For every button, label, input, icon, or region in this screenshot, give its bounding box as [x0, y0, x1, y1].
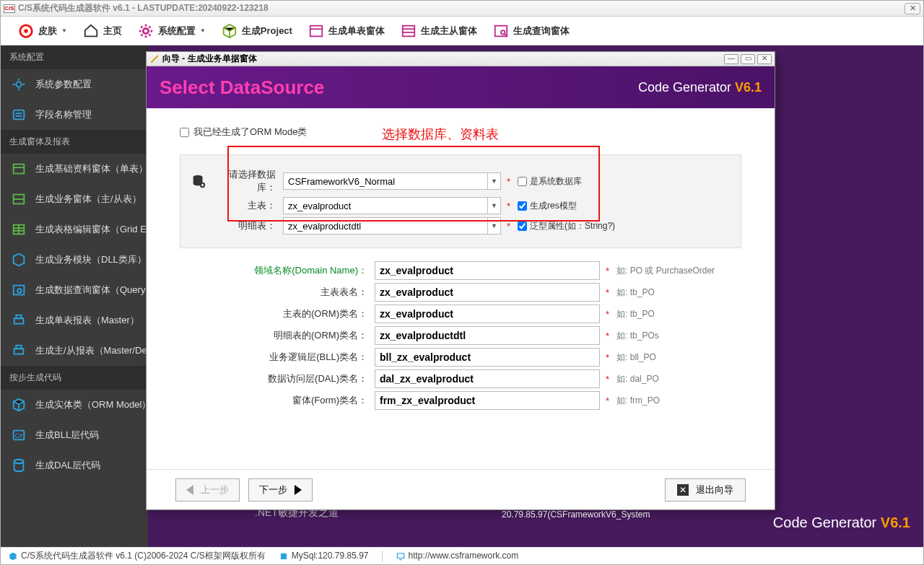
svg-rect-5 — [403, 25, 415, 36]
dropdown-icon[interactable]: ▼ — [487, 218, 500, 234]
sidebar-item-bll-code[interactable]: C#生成BLL层代码 — [1, 420, 148, 450]
window-query-icon — [493, 23, 509, 39]
sidebar-item-dal-code[interactable]: 生成DAL层代码 — [1, 450, 148, 481]
dialog-maximize-button[interactable]: ▭ — [741, 54, 755, 64]
detail-table-combo[interactable]: ▼ — [283, 217, 501, 235]
dal-input[interactable] — [375, 369, 600, 388]
sidebar-item-basic-form[interactable]: 生成基础资料窗体（单表） — [1, 154, 148, 184]
label-master-table: 主表： — [211, 199, 283, 212]
code-icon: C# — [11, 427, 27, 443]
bll-input[interactable] — [375, 348, 600, 367]
home-icon — [83, 23, 99, 39]
dialog-minimize-button[interactable]: — — [724, 54, 738, 64]
caret-down-icon: ▼ — [200, 27, 206, 34]
prev-button[interactable]: 上一步 — [175, 478, 240, 502]
database-input[interactable] — [284, 176, 487, 187]
label-master-orm: 主表的(ORM)类名： — [180, 307, 375, 320]
close-icon: ✕ — [677, 484, 689, 496]
detail-table-input[interactable] — [284, 221, 487, 232]
svg-text:C#: C# — [15, 433, 23, 439]
svg-point-1 — [24, 29, 28, 33]
master-tablename-input[interactable] — [375, 283, 600, 302]
label-form: 窗体(Form)类名： — [180, 394, 375, 407]
sidebar-item-dll-module[interactable]: 生成业务模块（DLL类库） — [1, 245, 148, 275]
svg-rect-3 — [310, 25, 323, 36]
master-table-combo[interactable]: ▼ — [283, 197, 501, 214]
toolbar-gen-master-detail[interactable]: 生成主从窗体 — [393, 17, 484, 45]
svg-point-2 — [143, 28, 148, 33]
label-detail-orm: 明细表的(ORM)类名： — [180, 329, 375, 342]
server-icon — [279, 551, 289, 561]
database-combo[interactable]: ▼ — [283, 172, 501, 190]
window-icon — [11, 161, 27, 177]
label-detail-table: 明细表： — [211, 219, 283, 232]
status-url[interactable]: http://www.csframework.com — [396, 551, 519, 561]
detail-orm-input[interactable] — [375, 326, 600, 345]
caret-down-icon: ▼ — [61, 27, 67, 34]
system-db-checkbox[interactable] — [518, 177, 527, 186]
gear-icon — [11, 76, 27, 92]
exit-wizard-button[interactable]: ✕退出向导 — [665, 478, 746, 502]
main-toolbar: 皮肤▼ 主页 系统配置▼ 生成Project 生成单表窗体 生成主从窗体 生成查… — [1, 17, 923, 45]
toolbar-gen-single[interactable]: 生成单表窗体 — [301, 17, 392, 45]
form-input[interactable] — [375, 391, 600, 410]
domain-name-input[interactable] — [375, 261, 600, 280]
svg-rect-28 — [16, 346, 21, 349]
label-master-tablename: 主表表名： — [180, 286, 375, 299]
module-icon — [11, 252, 27, 268]
sidebar-group-config: 系统配置 — [1, 45, 148, 69]
dialog-footer: 上一步 下一步 ✕退出向导 — [147, 469, 775, 509]
sidebar-item-params[interactable]: 系统参数配置 — [1, 69, 148, 100]
toolbar-gen-query[interactable]: 生成查询窗体 — [486, 17, 577, 45]
dialog-body: 我已经生成了ORM Mode类 选择数据库、资料表 请选择数据库： ▼ * 是系… — [147, 108, 775, 469]
svg-rect-25 — [14, 318, 24, 323]
svg-rect-33 — [397, 553, 404, 558]
toolbar-config[interactable]: 系统配置▼ — [131, 17, 213, 45]
dropdown-icon[interactable]: ▼ — [487, 198, 500, 214]
printer-icon — [11, 312, 27, 328]
wizard-dialog: 向导 - 生成业务单据窗体 — ▭ ✕ Select DataSource Co… — [146, 51, 775, 510]
naming-fields: 领域名称(Domain Name)：*如: PO 或 PurchaseOrder… — [180, 261, 741, 410]
dialog-heading: Select DataSource — [160, 76, 324, 99]
svg-rect-15 — [14, 165, 25, 174]
cube-icon — [11, 397, 27, 413]
sidebar-item-md-report[interactable]: 生成主/从报表（Master/Detail） — [1, 336, 148, 366]
gen-res-checkbox[interactable] — [518, 201, 527, 211]
sidebar-item-orm-model[interactable]: 生成实体类（ORM Model） — [1, 390, 148, 420]
hint-domain: 如: PO 或 PurchaseOrder — [616, 265, 715, 277]
app-title: C/S系统代码生成器软件 v6.1 - LASTUPDATE:20240922-… — [18, 2, 269, 14]
generic-prop-checkbox[interactable] — [518, 222, 527, 231]
list-icon — [11, 107, 27, 123]
cube-icon — [222, 23, 237, 39]
sidebar-item-biz-form[interactable]: 生成业务窗体（主/从表） — [1, 184, 148, 214]
required-marker: * — [507, 201, 510, 211]
master-table-input[interactable] — [284, 201, 487, 211]
dropdown-icon[interactable]: ▼ — [487, 173, 500, 189]
toolbar-home[interactable]: 主页 — [76, 17, 129, 45]
dialog-close-button[interactable]: ✕ — [757, 54, 772, 64]
window-single-icon — [308, 23, 324, 39]
master-orm-input[interactable] — [375, 305, 600, 323]
svg-rect-27 — [14, 349, 24, 354]
orm-generated-checkbox[interactable] — [180, 128, 189, 137]
next-button[interactable]: 下一步 — [248, 478, 313, 502]
window-split-icon — [11, 191, 27, 207]
sidebar-item-fieldname[interactable]: 字段名称管理 — [1, 100, 148, 130]
svg-rect-23 — [14, 286, 25, 295]
required-marker: * — [507, 176, 510, 187]
window-close-button[interactable]: ✕ — [905, 3, 920, 14]
monitor-icon — [396, 551, 406, 561]
status-app: C/S系统代码生成器软件 v6.1 (C)2006-2024 C/S框架网版权所… — [8, 550, 266, 562]
system-info-text: 20.79.85.97(CSFrameworkV6_System — [502, 509, 650, 520]
gear-icon — [138, 23, 154, 39]
toolbar-gen-project[interactable]: 生成Project — [214, 17, 300, 45]
sidebar-item-grid-editor[interactable]: 生成表格编辑窗体（Grid Editor） — [1, 214, 148, 245]
label-bll: 业务逻辑层(BLL)类名： — [180, 351, 375, 364]
label-dal: 数据访问层(DAL)类名： — [180, 372, 375, 385]
sidebar-item-master-report[interactable]: 生成单表报表（Master） — [1, 305, 148, 336]
printer-icon — [11, 343, 27, 359]
label-database: 请选择数据库： — [211, 168, 283, 194]
sidebar-item-query-form[interactable]: 生成数据查询窗体（Query Form） — [1, 275, 148, 305]
status-db: MySql:120.79.85.97 — [279, 551, 369, 561]
toolbar-skin[interactable]: 皮肤▼ — [11, 17, 74, 45]
